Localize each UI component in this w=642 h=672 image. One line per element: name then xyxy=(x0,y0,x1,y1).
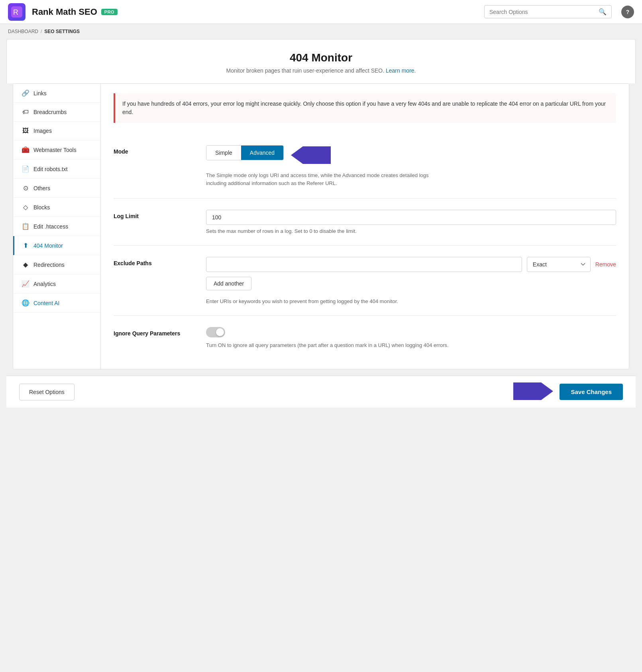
log-limit-input[interactable] xyxy=(206,210,616,225)
help-button[interactable]: ? xyxy=(621,6,634,18)
sidebar-item-webmaster-tools[interactable]: 🧰 Webmaster Tools xyxy=(13,140,100,160)
main-layout: 🔗 Links 🏷 Breadcrumbs 🖼 Images 🧰 Webmast… xyxy=(13,83,629,369)
sidebar-item-breadcrumbs[interactable]: 🏷 Breadcrumbs xyxy=(13,103,100,122)
sidebar-item-label: 404 Monitor xyxy=(33,242,63,249)
sidebar-item-edit-robots[interactable]: 📄 Edit robots.txt xyxy=(13,160,100,179)
sidebar-item-404-monitor[interactable]: ⬆ 404 Monitor xyxy=(13,236,100,255)
svg-marker-2 xyxy=(291,146,331,164)
log-limit-label: Log Limit xyxy=(114,210,193,219)
mode-simple-button[interactable]: Simple xyxy=(206,146,241,160)
analytics-icon: 📈 xyxy=(22,280,29,288)
sidebar-item-redirections[interactable]: ◆ Redirections xyxy=(13,255,100,274)
breadcrumb-current: SEO SETTINGS xyxy=(44,29,80,34)
learn-more-link[interactable]: Learn more xyxy=(386,67,414,74)
main-content: If you have hundreds of 404 errors, your… xyxy=(101,84,629,369)
mode-description: The Simple mode only logs URI and access… xyxy=(206,171,429,187)
exclude-path-input[interactable] xyxy=(206,257,522,272)
search-bar[interactable]: 🔍 xyxy=(484,5,612,18)
sidebar-item-label: Others xyxy=(33,185,50,191)
edit-robots-icon: 📄 xyxy=(22,165,29,173)
log-limit-section: Log Limit Sets the max number of rows in… xyxy=(114,199,616,246)
svg-marker-3 xyxy=(513,382,553,400)
page-header: 404 Monitor Monitor broken pages that ru… xyxy=(6,39,636,83)
sidebar-item-content-ai[interactable]: 🌐 Content AI xyxy=(13,294,100,313)
exclude-paths-control: Exact Contains Starts With Ends With Reg… xyxy=(206,257,616,304)
exclude-paths-section: Exclude Paths Exact Contains Starts With… xyxy=(114,246,616,316)
search-icon[interactable]: 🔍 xyxy=(599,8,607,16)
sidebar-item-label: Edit .htaccess xyxy=(33,223,68,230)
edit-htaccess-icon: 📋 xyxy=(22,223,29,230)
exclude-paths-help: Enter URIs or keywords you wish to preve… xyxy=(206,298,616,304)
sidebar-item-blocks[interactable]: ◇ Blocks xyxy=(13,198,100,217)
search-input[interactable] xyxy=(489,9,595,15)
mode-row: Simple Advanced xyxy=(206,145,616,166)
sidebar-item-others[interactable]: ⊙ Others xyxy=(13,179,100,198)
arrow-left-indicator xyxy=(291,146,331,165)
log-limit-help: Sets the max number of rows in a log. Se… xyxy=(206,228,616,234)
mode-section: Mode Simple Advanced xyxy=(114,134,616,199)
log-limit-control: Sets the max number of rows in a log. Se… xyxy=(206,210,616,234)
sidebar-item-label: Blocks xyxy=(33,204,50,211)
add-another-button[interactable]: Add another xyxy=(206,277,251,290)
images-icon: 🖼 xyxy=(22,127,29,134)
content-ai-icon: 🌐 xyxy=(22,299,29,307)
ignore-query-section: Ignore Query Parameters Turn ON to ignor… xyxy=(114,316,616,359)
sidebar-item-images[interactable]: 🖼 Images xyxy=(13,122,100,140)
footer-bar: Reset Options Save Changes xyxy=(6,376,636,408)
exclude-path-row: Exact Contains Starts With Ends With Reg… xyxy=(206,257,616,272)
mode-buttons: Simple Advanced xyxy=(206,145,284,160)
blocks-icon: ◇ xyxy=(22,203,29,211)
sidebar-item-edit-htaccess[interactable]: 📋 Edit .htaccess xyxy=(13,217,100,236)
svg-text:R: R xyxy=(13,8,18,16)
sidebar-item-links[interactable]: 🔗 Links xyxy=(13,84,100,103)
monitor-icon: ⬆ xyxy=(22,242,29,249)
page-wrapper: 404 Monitor Monitor broken pages that ru… xyxy=(6,39,636,408)
mode-control: Simple Advanced The Simple mode only log… xyxy=(206,145,616,187)
breadcrumb: DASHBOARD / SEO SETTINGS xyxy=(0,24,642,39)
save-button[interactable]: Save Changes xyxy=(560,384,623,400)
ignore-query-help: Turn ON to ignore all query parameters (… xyxy=(206,342,616,348)
ignore-query-label: Ignore Query Parameters xyxy=(114,327,193,337)
mode-label: Mode xyxy=(114,145,193,155)
sidebar-item-label: Webmaster Tools xyxy=(33,147,77,153)
exclude-type-select[interactable]: Exact Contains Starts With Ends With Reg… xyxy=(527,257,591,272)
sidebar-item-label: Links xyxy=(33,90,47,97)
sidebar-item-label: Images xyxy=(33,128,52,134)
exclude-paths-label: Exclude Paths xyxy=(114,257,193,266)
sidebar-item-label: Redirections xyxy=(33,262,65,268)
ignore-query-toggle[interactable] xyxy=(206,327,225,337)
app-logo: R xyxy=(8,3,26,21)
breadcrumb-separator: / xyxy=(41,29,42,34)
sidebar-item-label: Edit robots.txt xyxy=(33,166,68,172)
app-title: Rank Math SEO PRO xyxy=(32,7,118,17)
sidebar-item-analytics[interactable]: 📈 Analytics xyxy=(13,274,100,294)
sidebar-item-label: Breadcrumbs xyxy=(33,109,67,115)
footer-right: Save Changes xyxy=(513,382,623,401)
remove-path-button[interactable]: Remove xyxy=(595,261,616,268)
redirections-icon: ◆ xyxy=(22,261,29,268)
webmaster-tools-icon: 🧰 xyxy=(22,146,29,154)
sidebar: 🔗 Links 🏷 Breadcrumbs 🖼 Images 🧰 Webmast… xyxy=(13,84,101,369)
reset-button[interactable]: Reset Options xyxy=(19,384,75,400)
links-icon: 🔗 xyxy=(22,89,29,97)
warning-box: If you have hundreds of 404 errors, your… xyxy=(114,93,616,123)
mode-advanced-button[interactable]: Advanced xyxy=(241,146,283,160)
breadcrumbs-icon: 🏷 xyxy=(22,108,29,116)
save-arrow-indicator xyxy=(513,382,553,401)
ignore-query-control: Turn ON to ignore all query parameters (… xyxy=(206,327,616,348)
warning-text: If you have hundreds of 404 errors, your… xyxy=(122,101,606,115)
header: R Rank Math SEO PRO 🔍 ? xyxy=(0,0,642,24)
toggle-track xyxy=(206,327,225,337)
sidebar-item-label: Content AI xyxy=(33,300,59,306)
sidebar-item-label: Analytics xyxy=(33,281,56,287)
page-title: 404 Monitor xyxy=(15,51,627,64)
page-description: Monitor broken pages that ruin user-expe… xyxy=(15,67,627,74)
breadcrumb-dashboard[interactable]: DASHBOARD xyxy=(8,29,38,34)
toggle-thumb xyxy=(216,328,224,336)
toggle-row xyxy=(206,327,616,337)
others-icon: ⊙ xyxy=(22,184,29,192)
pro-badge: PRO xyxy=(101,9,118,15)
